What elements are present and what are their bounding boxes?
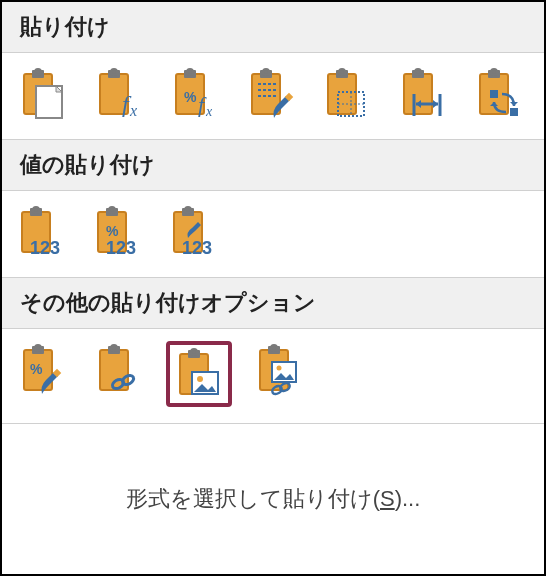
clipboard-percent-brush-icon: % [18, 344, 68, 396]
svg-text:%: % [30, 361, 43, 377]
svg-rect-45 [510, 108, 518, 116]
clipboard-percent-123-icon: % 123 [92, 206, 146, 258]
svg-text:x: x [129, 102, 137, 119]
paste-options-panel: 貼り付け f x [0, 0, 546, 576]
paste-link-button[interactable] [90, 341, 148, 399]
section-header-other-options: その他の貼り付けオプション [2, 278, 544, 329]
paste-keep-source-formatting-button[interactable] [242, 65, 300, 123]
svg-text:123: 123 [182, 238, 212, 258]
clipboard-fx-icon: f x [94, 68, 144, 120]
paste-formatting-button[interactable]: % [14, 341, 72, 399]
svg-rect-44 [490, 90, 498, 98]
paste-no-borders-button[interactable] [318, 65, 376, 123]
svg-text:123: 123 [106, 238, 136, 258]
paste-button[interactable] [14, 65, 72, 123]
svg-rect-33 [404, 74, 432, 114]
clipboard-link-icon [94, 344, 144, 396]
section-body-other-options: % [2, 329, 544, 424]
paste-transpose-button[interactable] [470, 65, 528, 123]
paste-values-number-formatting-button[interactable]: % 123 [90, 203, 148, 261]
svg-point-79 [197, 376, 203, 382]
paste-formulas-button[interactable]: f x [90, 65, 148, 123]
clipboard-no-border-icon [322, 68, 372, 120]
paste-linked-picture-button[interactable] [250, 341, 308, 399]
section-body-paste-values: 123 % 123 123 [2, 191, 544, 278]
paste-special-label-suffix: )... [395, 486, 421, 512]
svg-rect-26 [328, 74, 356, 114]
paste-keep-column-widths-button[interactable] [394, 65, 452, 123]
clipboard-paste-icon [18, 68, 68, 120]
paste-special-menu-item[interactable]: 形式を選択して貼り付け(S)... [2, 424, 544, 574]
clipboard-percent-fx-icon: % f x [170, 68, 220, 120]
svg-text:%: % [184, 89, 197, 105]
svg-text:%: % [106, 223, 119, 239]
paste-special-accel: S [380, 486, 395, 512]
svg-text:123: 123 [30, 238, 60, 258]
svg-text:x: x [205, 104, 213, 119]
paste-special-label-prefix: 形式を選択して貼り付け( [126, 484, 380, 514]
svg-point-85 [277, 366, 282, 371]
clipboard-123-icon: 123 [16, 206, 70, 258]
clipboard-picture-icon [174, 348, 224, 400]
paste-values-source-formatting-button[interactable]: 123 [166, 203, 224, 261]
clipboard-brush-123-icon: 123 [168, 206, 222, 258]
clipboard-linked-picture-icon [254, 344, 304, 396]
paste-formulas-number-formatting-button[interactable]: % f x [166, 65, 224, 123]
clipboard-brush-lines-icon [246, 68, 296, 120]
paste-picture-button[interactable] [166, 341, 232, 407]
clipboard-transpose-icon [474, 68, 524, 120]
section-header-paste: 貼り付け [2, 2, 544, 53]
section-header-paste-values: 値の貼り付け [2, 140, 544, 191]
section-body-paste: f x % f x [2, 53, 544, 140]
clipboard-column-width-icon [398, 68, 448, 120]
paste-values-button[interactable]: 123 [14, 203, 72, 261]
